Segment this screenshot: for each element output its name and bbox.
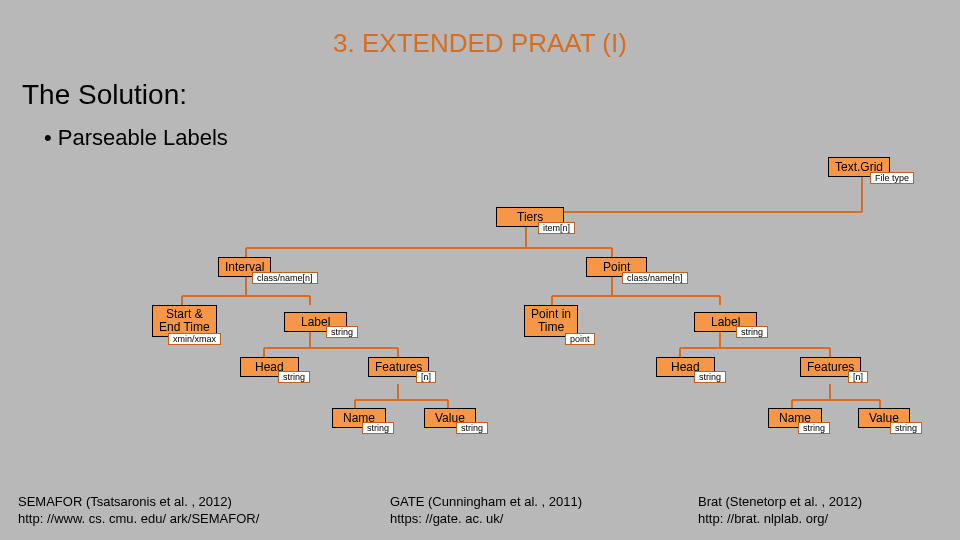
tag-value-right: string: [890, 422, 922, 434]
tag-name-left: string: [362, 422, 394, 434]
tag-head-right: string: [694, 371, 726, 383]
footer-semafor-line1: SEMAFOR (Tsatsaronis et al. , 2012): [18, 494, 232, 509]
slide-title: 3. EXTENDED PRAAT (I): [0, 0, 960, 59]
footer-gate-line1: GATE (Cunningham et al. , 2011): [390, 494, 582, 509]
footer-gate: GATE (Cunningham et al. , 2011) https: /…: [390, 493, 582, 528]
node-start-end-line1: Start &: [166, 307, 203, 321]
slide-subtitle: The Solution:: [0, 59, 960, 111]
tag-point-branch: class/name[n]: [622, 272, 688, 284]
footer-brat-line1: Brat (Stenetorp et al. , 2012): [698, 494, 862, 509]
tag-start-end-time: xmin/xmax: [168, 333, 221, 345]
tag-label-left: string: [326, 326, 358, 338]
footer-gate-line2: https: //gate. ac. uk/: [390, 511, 503, 526]
tag-tiers: item[n]: [538, 222, 575, 234]
tag-name-right: string: [798, 422, 830, 434]
tag-features-left: [n]: [416, 371, 436, 383]
tag-point-in-time: point: [565, 333, 595, 345]
footer-semafor-line2: http: //www. cs. cmu. edu/ ark/SEMAFOR/: [18, 511, 259, 526]
tag-value-left: string: [456, 422, 488, 434]
footer-brat: Brat (Stenetorp et al. , 2012) http: //b…: [698, 493, 862, 528]
tag-head-left: string: [278, 371, 310, 383]
tag-textgrid: File type: [870, 172, 914, 184]
tag-interval: class/name[n]: [252, 272, 318, 284]
node-point-in-time-line2: Time: [538, 320, 564, 334]
bullet-parseable-labels: Parseable Labels: [0, 111, 960, 151]
tag-label-right: string: [736, 326, 768, 338]
tag-features-right: [n]: [848, 371, 868, 383]
footer-semafor: SEMAFOR (Tsatsaronis et al. , 2012) http…: [18, 493, 259, 528]
footer-brat-line2: http: //brat. nlplab. org/: [698, 511, 828, 526]
node-point-in-time-line1: Point in: [531, 307, 571, 321]
